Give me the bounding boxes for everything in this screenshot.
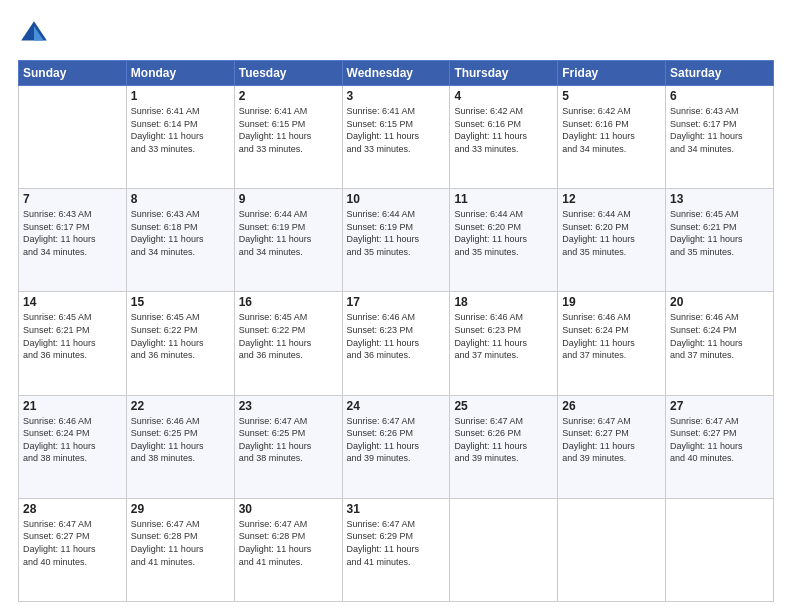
day-info: Sunrise: 6:46 AM Sunset: 6:23 PM Dayligh… [347, 311, 446, 361]
day-info: Sunrise: 6:44 AM Sunset: 6:19 PM Dayligh… [347, 208, 446, 258]
day-number: 1 [131, 89, 230, 103]
day-number: 23 [239, 399, 338, 413]
day-number: 20 [670, 295, 769, 309]
day-info: Sunrise: 6:47 AM Sunset: 6:25 PM Dayligh… [239, 415, 338, 465]
day-number: 25 [454, 399, 553, 413]
day-number: 8 [131, 192, 230, 206]
day-info: Sunrise: 6:47 AM Sunset: 6:28 PM Dayligh… [239, 518, 338, 568]
day-number: 29 [131, 502, 230, 516]
calendar-cell: 21Sunrise: 6:46 AM Sunset: 6:24 PM Dayli… [19, 395, 127, 498]
day-number: 6 [670, 89, 769, 103]
weekday-header: Saturday [666, 61, 774, 86]
weekday-header: Friday [558, 61, 666, 86]
calendar-table: SundayMondayTuesdayWednesdayThursdayFrid… [18, 60, 774, 602]
calendar-cell: 16Sunrise: 6:45 AM Sunset: 6:22 PM Dayli… [234, 292, 342, 395]
day-info: Sunrise: 6:42 AM Sunset: 6:16 PM Dayligh… [454, 105, 553, 155]
day-info: Sunrise: 6:47 AM Sunset: 6:26 PM Dayligh… [347, 415, 446, 465]
calendar-cell: 25Sunrise: 6:47 AM Sunset: 6:26 PM Dayli… [450, 395, 558, 498]
day-number: 17 [347, 295, 446, 309]
calendar-cell: 8Sunrise: 6:43 AM Sunset: 6:18 PM Daylig… [126, 189, 234, 292]
day-number: 31 [347, 502, 446, 516]
calendar-cell: 20Sunrise: 6:46 AM Sunset: 6:24 PM Dayli… [666, 292, 774, 395]
day-info: Sunrise: 6:46 AM Sunset: 6:24 PM Dayligh… [670, 311, 769, 361]
day-info: Sunrise: 6:45 AM Sunset: 6:22 PM Dayligh… [131, 311, 230, 361]
day-number: 28 [23, 502, 122, 516]
day-number: 13 [670, 192, 769, 206]
weekday-header: Wednesday [342, 61, 450, 86]
day-number: 30 [239, 502, 338, 516]
calendar-cell: 15Sunrise: 6:45 AM Sunset: 6:22 PM Dayli… [126, 292, 234, 395]
day-number: 12 [562, 192, 661, 206]
day-info: Sunrise: 6:46 AM Sunset: 6:25 PM Dayligh… [131, 415, 230, 465]
day-info: Sunrise: 6:43 AM Sunset: 6:17 PM Dayligh… [23, 208, 122, 258]
calendar-cell [450, 498, 558, 601]
day-info: Sunrise: 6:41 AM Sunset: 6:14 PM Dayligh… [131, 105, 230, 155]
calendar-cell [666, 498, 774, 601]
day-info: Sunrise: 6:45 AM Sunset: 6:21 PM Dayligh… [23, 311, 122, 361]
day-info: Sunrise: 6:41 AM Sunset: 6:15 PM Dayligh… [239, 105, 338, 155]
calendar-cell: 24Sunrise: 6:47 AM Sunset: 6:26 PM Dayli… [342, 395, 450, 498]
weekday-header: Sunday [19, 61, 127, 86]
header [18, 18, 774, 50]
day-info: Sunrise: 6:45 AM Sunset: 6:22 PM Dayligh… [239, 311, 338, 361]
day-info: Sunrise: 6:46 AM Sunset: 6:23 PM Dayligh… [454, 311, 553, 361]
weekday-header: Tuesday [234, 61, 342, 86]
day-info: Sunrise: 6:43 AM Sunset: 6:17 PM Dayligh… [670, 105, 769, 155]
svg-marker-1 [34, 26, 44, 40]
calendar-cell [558, 498, 666, 601]
day-number: 18 [454, 295, 553, 309]
day-info: Sunrise: 6:47 AM Sunset: 6:26 PM Dayligh… [454, 415, 553, 465]
day-number: 14 [23, 295, 122, 309]
day-info: Sunrise: 6:47 AM Sunset: 6:27 PM Dayligh… [562, 415, 661, 465]
day-number: 7 [23, 192, 122, 206]
day-number: 15 [131, 295, 230, 309]
day-info: Sunrise: 6:43 AM Sunset: 6:18 PM Dayligh… [131, 208, 230, 258]
calendar-cell: 10Sunrise: 6:44 AM Sunset: 6:19 PM Dayli… [342, 189, 450, 292]
day-info: Sunrise: 6:44 AM Sunset: 6:20 PM Dayligh… [562, 208, 661, 258]
calendar-cell: 7Sunrise: 6:43 AM Sunset: 6:17 PM Daylig… [19, 189, 127, 292]
calendar-cell: 12Sunrise: 6:44 AM Sunset: 6:20 PM Dayli… [558, 189, 666, 292]
day-info: Sunrise: 6:44 AM Sunset: 6:20 PM Dayligh… [454, 208, 553, 258]
calendar-cell: 4Sunrise: 6:42 AM Sunset: 6:16 PM Daylig… [450, 86, 558, 189]
page: SundayMondayTuesdayWednesdayThursdayFrid… [0, 0, 792, 612]
calendar-cell: 13Sunrise: 6:45 AM Sunset: 6:21 PM Dayli… [666, 189, 774, 292]
calendar-cell: 6Sunrise: 6:43 AM Sunset: 6:17 PM Daylig… [666, 86, 774, 189]
day-info: Sunrise: 6:47 AM Sunset: 6:28 PM Dayligh… [131, 518, 230, 568]
day-number: 24 [347, 399, 446, 413]
day-number: 26 [562, 399, 661, 413]
calendar-cell: 9Sunrise: 6:44 AM Sunset: 6:19 PM Daylig… [234, 189, 342, 292]
day-number: 19 [562, 295, 661, 309]
logo-icon [18, 18, 50, 50]
day-number: 22 [131, 399, 230, 413]
day-info: Sunrise: 6:46 AM Sunset: 6:24 PM Dayligh… [23, 415, 122, 465]
calendar-cell: 29Sunrise: 6:47 AM Sunset: 6:28 PM Dayli… [126, 498, 234, 601]
weekday-header: Thursday [450, 61, 558, 86]
day-info: Sunrise: 6:42 AM Sunset: 6:16 PM Dayligh… [562, 105, 661, 155]
day-number: 16 [239, 295, 338, 309]
day-info: Sunrise: 6:46 AM Sunset: 6:24 PM Dayligh… [562, 311, 661, 361]
calendar-cell: 3Sunrise: 6:41 AM Sunset: 6:15 PM Daylig… [342, 86, 450, 189]
day-number: 3 [347, 89, 446, 103]
calendar-cell: 1Sunrise: 6:41 AM Sunset: 6:14 PM Daylig… [126, 86, 234, 189]
calendar-cell: 11Sunrise: 6:44 AM Sunset: 6:20 PM Dayli… [450, 189, 558, 292]
day-number: 2 [239, 89, 338, 103]
day-info: Sunrise: 6:47 AM Sunset: 6:27 PM Dayligh… [670, 415, 769, 465]
calendar-cell: 14Sunrise: 6:45 AM Sunset: 6:21 PM Dayli… [19, 292, 127, 395]
calendar-cell: 18Sunrise: 6:46 AM Sunset: 6:23 PM Dayli… [450, 292, 558, 395]
day-number: 27 [670, 399, 769, 413]
day-number: 5 [562, 89, 661, 103]
day-number: 10 [347, 192, 446, 206]
day-number: 21 [23, 399, 122, 413]
logo [18, 18, 54, 50]
day-info: Sunrise: 6:44 AM Sunset: 6:19 PM Dayligh… [239, 208, 338, 258]
calendar-cell: 5Sunrise: 6:42 AM Sunset: 6:16 PM Daylig… [558, 86, 666, 189]
calendar-cell: 2Sunrise: 6:41 AM Sunset: 6:15 PM Daylig… [234, 86, 342, 189]
calendar-cell: 23Sunrise: 6:47 AM Sunset: 6:25 PM Dayli… [234, 395, 342, 498]
calendar-cell: 26Sunrise: 6:47 AM Sunset: 6:27 PM Dayli… [558, 395, 666, 498]
weekday-header: Monday [126, 61, 234, 86]
day-number: 4 [454, 89, 553, 103]
day-number: 11 [454, 192, 553, 206]
calendar-cell: 27Sunrise: 6:47 AM Sunset: 6:27 PM Dayli… [666, 395, 774, 498]
day-info: Sunrise: 6:41 AM Sunset: 6:15 PM Dayligh… [347, 105, 446, 155]
calendar-cell: 28Sunrise: 6:47 AM Sunset: 6:27 PM Dayli… [19, 498, 127, 601]
